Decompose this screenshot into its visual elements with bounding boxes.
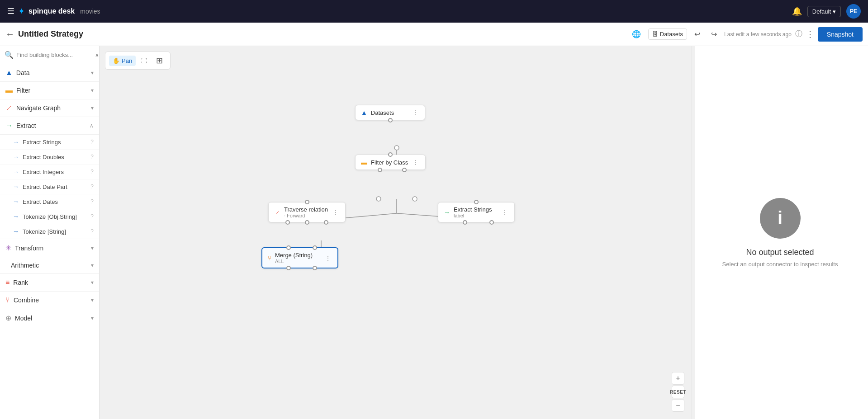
extract-strings-in-connector[interactable] [474, 200, 479, 204]
merge-string-subtitle: ALL [275, 259, 320, 264]
sidebar-item-extract-date-part[interactable]: → Extract Date Part ? [0, 179, 99, 194]
datasets-node-menu[interactable]: ⋮ [411, 109, 419, 116]
sidebar-item-extract[interactable]: → Extract ∧ [0, 117, 99, 135]
pan-tool-button[interactable]: ✋ Pan [109, 56, 136, 66]
canvas-area: ✋ Pan ⛶ ⊞ [100, 46, 692, 419]
help-icon[interactable]: ? [90, 154, 94, 160]
sidebar-item-arithmetic[interactable]: Arithmetic ▾ [0, 257, 99, 274]
sidebar-item-extract-doubles[interactable]: → Extract Doubles ? [0, 150, 99, 165]
add-tool-button[interactable]: ⊞ [152, 54, 166, 67]
filter-node-menu[interactable]: ⋮ [412, 159, 420, 166]
extract-strings-out-right-connector[interactable] [489, 220, 494, 225]
sidebar-category-label: Model [15, 315, 87, 322]
undo-button[interactable]: ↩ [691, 28, 704, 40]
help-icon[interactable]: ? [90, 198, 94, 205]
merge-string-menu[interactable]: ⋮ [324, 254, 332, 262]
menu-button[interactable]: ☰ [7, 6, 14, 16]
extract-strings-menu[interactable]: ⋮ [501, 209, 509, 216]
traverse-relation-subtitle: · Forward [284, 213, 328, 218]
merge-string-content: Merge (String) ALL [275, 252, 320, 264]
help-icon[interactable]: ? [90, 228, 94, 235]
no-output-subtitle: Select an output connector to inspect re… [722, 261, 838, 268]
avatar[interactable]: PE [846, 4, 861, 19]
sidebar-item-transform[interactable]: ✳ Transform ▾ [0, 239, 99, 257]
help-icon[interactable]: ? [90, 213, 94, 220]
sidebar-item-extract-dates[interactable]: → Extract Dates ? [0, 194, 99, 209]
chevron-down-icon: ▾ [91, 70, 94, 76]
sidebar-item-filter[interactable]: ▬ Filter ▾ [0, 82, 99, 99]
sidebar-category-label: Data [16, 69, 87, 76]
merge-out-left-connector[interactable] [286, 266, 291, 270]
merge-string-title: Merge (String) [275, 252, 320, 259]
sidebar-item-tokenize-string[interactable]: → Tokenize [String] ? [0, 224, 99, 239]
sidebar-item-extract-integers[interactable]: → Extract Integers ? [0, 165, 99, 179]
no-output-icon: i [760, 198, 801, 239]
top-right: 🔔 Default ▾ PE [792, 4, 861, 19]
tokenize-string-icon: → [13, 228, 19, 235]
filter-node-content: Filter by Class [371, 159, 408, 166]
extract-icon: → [5, 122, 13, 130]
traverse-out-mid-connector[interactable] [305, 220, 309, 225]
strategy-title: Untitled Strategy [18, 29, 625, 39]
sidebar-item-more[interactable]: ⊕ Model ▾ [0, 309, 99, 327]
merge-in-right-connector[interactable] [313, 245, 317, 250]
last-edit-text: Last edit a few seconds ago [724, 31, 792, 38]
logo-text: spinque desk [28, 7, 75, 15]
sidebar-item-extract-strings[interactable]: → Extract Strings ? [0, 135, 99, 150]
search-input[interactable] [16, 52, 92, 58]
more-button[interactable]: ⋮ [806, 29, 814, 39]
notification-icon[interactable]: 🔔 [792, 6, 802, 16]
no-output-title: No output selected [746, 248, 814, 257]
panel-resize-handle[interactable] [692, 46, 695, 419]
chevron-down-icon: ▾ [91, 245, 94, 251]
datasets-db-icon: 🗄 [652, 31, 658, 38]
datasets-out-connector[interactable] [388, 118, 393, 122]
sidebar-item-tokenize-obj-string[interactable]: → Tokenize [Obj,String] ? [0, 209, 99, 224]
filter-out-left-connector[interactable] [378, 168, 382, 172]
traverse-relation-content: Traverse relation · Forward [284, 206, 328, 218]
filter-in-connector[interactable] [388, 152, 393, 157]
traverse-relation-node[interactable]: ⟋ Traverse relation · Forward ⋮ [268, 202, 346, 222]
sidebar-item-navigate-graph[interactable]: ⟋ Navigate Graph ▾ [0, 99, 99, 117]
sidebar-item-rank[interactable]: ≡ Rank ▾ [0, 274, 99, 292]
redo-button[interactable]: ↪ [707, 28, 721, 40]
extract-dates-icon: → [13, 198, 19, 205]
sidebar-category-label: Filter [16, 87, 87, 94]
sidebar-item-data[interactable]: ▲ Data ▾ [0, 64, 99, 82]
sidebar-item-combine[interactable]: ⑂ Combine ▾ [0, 292, 99, 309]
add-icon: ⊞ [156, 56, 163, 66]
zoom-minus-button[interactable]: − [672, 399, 684, 412]
datasets-node[interactable]: ▲ Datasets ⋮ [355, 105, 425, 120]
traverse-out-right-connector[interactable] [324, 220, 328, 225]
search-bar: 🔍 ∧ [0, 46, 99, 64]
filter-out-right-connector[interactable] [402, 168, 407, 172]
zoom-plus-button[interactable]: + [672, 372, 684, 385]
rank-icon: ≡ [5, 278, 9, 287]
extract-integers-icon: → [13, 168, 19, 175]
zoom-reset-button[interactable]: RESET [672, 386, 684, 398]
traverse-in-connector[interactable] [305, 200, 309, 204]
logo-area: ☰ ✦ spinque desk movies [7, 6, 785, 16]
extract-strings-node-icon: → [444, 209, 450, 216]
collapse-search-button[interactable]: ∧ [95, 52, 99, 58]
chevron-down-icon: ▾ [91, 297, 94, 303]
chevron-down-icon: ▾ [91, 262, 94, 268]
extract-strings-node[interactable]: → Extract Strings label ⋮ [438, 202, 515, 222]
datasets-button[interactable]: 🗄 Datasets [648, 28, 687, 40]
globe-button[interactable]: 🌐 [628, 28, 645, 40]
extract-strings-out-left-connector[interactable] [463, 220, 467, 225]
back-button[interactable]: ← [5, 29, 14, 39]
traverse-out-left-connector[interactable] [285, 220, 290, 225]
help-icon[interactable]: ? [90, 169, 94, 175]
help-icon[interactable]: ? [90, 184, 94, 190]
merge-in-left-connector[interactable] [286, 245, 291, 250]
filter-by-class-node[interactable]: ▬ Filter by Class ⋮ [355, 155, 426, 170]
help-icon[interactable]: ? [90, 139, 94, 145]
merge-out-right-connector[interactable] [313, 266, 317, 270]
merge-string-node[interactable]: ⑂ Merge (String) ALL ⋮ [261, 247, 338, 268]
default-dropdown[interactable]: Default ▾ [807, 6, 841, 17]
info-icon-button[interactable]: ⓘ [795, 29, 802, 39]
traverse-relation-menu[interactable]: ⋮ [332, 209, 340, 216]
snapshot-button[interactable]: Snapshot [818, 27, 863, 42]
fit-tool-button[interactable]: ⛶ [138, 56, 151, 66]
